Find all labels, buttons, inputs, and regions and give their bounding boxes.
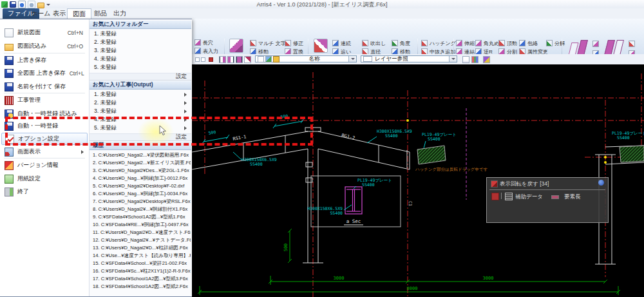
slot-hole-icon: [194, 39, 201, 46]
history-item-15[interactable]: 15. C:¥SFData4¥School...¥梁詳21-002.F6x: [93, 260, 191, 267]
history-item-11[interactable]: 11. C:¥Users¥D_Nagai2¥D...¥速度テスト.F6x: [93, 229, 191, 236]
tool-red-dot-icon[interactable]: [209, 57, 213, 62]
svg-text:a Sec: a Sec: [346, 218, 361, 224]
history-item-12[interactable]: 12. C:¥Users¥D_Nagai2¥...¥テストデータ.F6x: [93, 237, 191, 244]
history-item-10[interactable]: 10. C:¥SFData4¥RE...¥胴縁[加工]-0497.F6x: [93, 222, 191, 228]
lock-icon: [273, 56, 279, 62]
menu-item-screen-display[interactable]: 画面表示: [1, 146, 88, 158]
cursor-glow: [138, 118, 174, 146]
menu-item-version-info[interactable]: バージョン情報: [1, 159, 88, 171]
history-item-3[interactable]: 3. C:¥Users¥D_Nagai2¥Des...¥梁2GL-1.F6x: [93, 168, 191, 174]
favorite-folder-2[interactable]: 2. 未登録: [94, 39, 189, 46]
history-item-4[interactable]: 4. C:¥Users¥D_Nag...¥胴縁[加工]-0012.F6x: [93, 175, 191, 182]
element-length-icon[interactable]: [551, 195, 559, 199]
history-item-14[interactable]: 14. C:¥Use...¥速度テスト【読み取り専用】.F6x: [93, 253, 191, 259]
exit-icon: [5, 187, 14, 196]
i-beam-section: [345, 187, 362, 214]
menu-item-save[interactable]: 上書き保存: [1, 54, 88, 66]
ribbon-item-multi-text[interactable]: マルチ 文字: [250, 40, 286, 46]
tab-output[interactable]: 出力: [108, 8, 131, 19]
tool-small-1-icon[interactable]: [195, 57, 200, 62]
name-combo-dropdown-icon[interactable]: [348, 56, 356, 62]
snap-start-icon[interactable]: [219, 56, 226, 63]
tab-drawing[interactable]: 図面: [67, 8, 91, 19]
menu-item-exit[interactable]: 終了: [1, 186, 88, 198]
favorite-output-3[interactable]: 3. 未登録: [94, 108, 189, 115]
favorite-folder-3[interactable]: 3. 未登録: [94, 47, 189, 55]
ribbon-item-dim-balloon[interactable]: 吹出し: [362, 40, 386, 46]
ribbon-item-vertex-move[interactable]: 頂動: [498, 40, 517, 46]
ribbon-tab-bar: ファイル ホーム 表示 図面 部品 出力: [0, 8, 644, 19]
ribbon-item-table-input[interactable]: 表入力: [194, 48, 218, 54]
layer-combo-dropdown-icon[interactable]: [449, 56, 457, 62]
menu-item-save-all[interactable]: 全図面 上書き保存 Ctrl+L: [1, 67, 88, 79]
svg-text:8000: 8000: [407, 286, 418, 291]
green-dim-labels: 3000 3000 8000 500: [283, 244, 493, 291]
panel-red-button[interactable]: [491, 193, 499, 200]
cursor-pointer: [159, 126, 167, 139]
favorite-folder-4[interactable]: 4. 未登録: [94, 55, 189, 63]
svg-text:SS400: SS400: [428, 137, 440, 142]
panel-divider: [489, 189, 605, 190]
history-item-13[interactable]: 13. C:¥Users¥D_Nagai2¥D...¥柱詳細図.F6x: [93, 245, 191, 251]
favorites-folder-settings[interactable]: 設定: [90, 73, 191, 81]
history-item-17[interactable]: 17. C:¥SFData4¥School1A2図...¥型紙3.F6x: [93, 276, 191, 282]
screen-display-icon: [5, 148, 14, 157]
layer-swatch-icon: [363, 56, 372, 62]
text-edit-icon: [285, 40, 291, 46]
history-item-2[interactable]: 2. C:¥Users¥D_Nagai2...¥新エイリス調査.F6x: [93, 160, 191, 166]
aux-data-icon[interactable]: [505, 193, 513, 200]
tool-small-2-icon[interactable]: [201, 57, 205, 62]
svg-text:SS400: SS400: [385, 133, 398, 139]
history-item-16[interactable]: 16. C:¥SFData4¥Sc...¥柱2X1Y1(1)2-R-9.F6x: [93, 268, 191, 274]
svg-text:500: 500: [283, 244, 289, 252]
parallel-small-1-icon[interactable]: [592, 41, 599, 47]
menu-item-paper-settings[interactable]: 用紙設定: [1, 173, 88, 185]
version-info-icon: [5, 161, 14, 170]
parallel-small-4-icon[interactable]: [629, 41, 635, 47]
history-item-5[interactable]: 5. C:¥Users¥D_Nagai2¥Desktop¥F-02.dxf: [93, 183, 191, 189]
ribbon-item-envelope[interactable]: 包絡: [519, 40, 549, 46]
favorite-output-1[interactable]: 1. 未登録: [94, 91, 189, 99]
ribbon-item-hatching[interactable]: ハッチング: [421, 40, 456, 46]
history-item-6[interactable]: 6. C:¥Users¥D_Nag...¥胴縁[加工]-0034.F6x: [93, 191, 191, 197]
svg-text:SS400: SS400: [617, 135, 630, 140]
history-item-1[interactable]: 1. C:¥Users¥D_Nagai2...¥梁伏図動画用.F6x: [93, 152, 191, 158]
panel-pin-icon[interactable]: [491, 180, 498, 187]
ribbon-item-text-edit[interactable]: 修正: [285, 40, 314, 46]
layer-reference-combo[interactable]: レイヤー参照: [361, 55, 457, 62]
aux-data-label[interactable]: 補助データ: [515, 193, 543, 201]
favorite-output-2[interactable]: 2. 未登録: [94, 99, 189, 107]
sheet-icon[interactable]: [462, 56, 469, 63]
menu-item-project-management[interactable]: 工事管理: [1, 94, 88, 106]
submenu-arrow-icon: [184, 101, 187, 105]
favorite-folder-5[interactable]: 5. 未登録: [94, 64, 189, 72]
image-icon: [265, 56, 272, 62]
history-item-7[interactable]: 7. C:¥Users¥D_Nagai2¥Desktop¥梁RSL.F6x: [93, 198, 191, 205]
submenu-arrow-icon: [81, 150, 84, 154]
svg-text:3000: 3000: [483, 276, 494, 281]
history-item-18[interactable]: 18. C:¥SFData4¥School1A2図...¥型紙2.F6x: [93, 283, 191, 290]
layer-grid-icon[interactable]: [471, 56, 478, 63]
new-drawing-icon: [5, 28, 14, 37]
save-icon: [5, 56, 14, 65]
ribbon-item-slot-hole[interactable]: 長穴: [194, 39, 218, 46]
element-length-label[interactable]: 要素長: [564, 193, 581, 201]
layer-stack-icon[interactable]: [483, 56, 490, 63]
parallel-move-icon: [570, 39, 586, 55]
panel-help-icon[interactable]: [598, 180, 604, 186]
menu-item-new-drawing[interactable]: 新規図面 Ctrl+N: [1, 26, 88, 39]
menu-item-save-as[interactable]: 名前を付けて 保存: [1, 81, 88, 93]
element-name-combo[interactable]: 名称: [255, 55, 357, 62]
history-item-8[interactable]: 8. C:¥Users¥D_Nagai2¥...¥胴縁割付X1.F6x: [93, 206, 191, 213]
multi-text-icon: [250, 40, 256, 46]
menu-item-open-drawing[interactable]: 図面読込み Ctrl+O: [1, 40, 88, 52]
snap-end-icon[interactable]: [236, 56, 243, 63]
svg-text:C1: C1: [408, 201, 413, 206]
history-item-9[interactable]: 9. C:¥SFData4¥School1A2図...¥型紙1.F6x: [93, 214, 191, 220]
snap-mid-icon[interactable]: [227, 56, 234, 63]
favorite-folder-1[interactable]: 1. 未登録: [94, 30, 189, 38]
pen-icon[interactable]: [244, 56, 251, 63]
ribbon-item-dim-continuous[interactable]: 連続: [332, 40, 356, 46]
dim-continuous-icon: [332, 40, 339, 46]
